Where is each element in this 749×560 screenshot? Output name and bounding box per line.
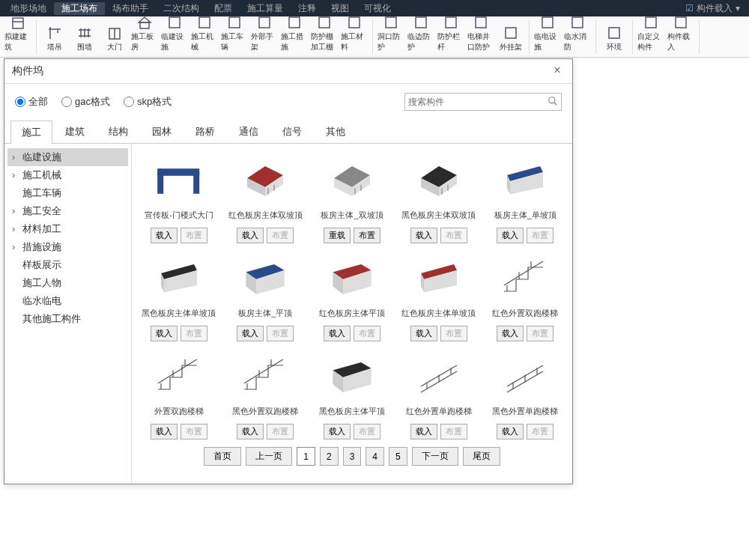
ribbon-rail[interactable]: 防护栏杆 <box>436 19 466 54</box>
svg-rect-16 <box>229 17 240 28</box>
custom-icon <box>642 13 660 31</box>
ribbon-open[interactable]: 洞口防护 <box>376 19 406 54</box>
ribbon-label: 构件载入 <box>667 31 694 52</box>
checkbox-icon[interactable]: ☑ <box>685 3 694 13</box>
svg-rect-25 <box>506 28 516 38</box>
ribbon-label: 大门 <box>107 42 122 52</box>
svg-rect-30 <box>676 17 686 28</box>
ribbon-machine[interactable]: 施工机械 <box>189 19 219 54</box>
ribbon-label: 拟建建筑 <box>4 31 31 52</box>
temp-icon <box>166 13 184 31</box>
svg-rect-13 <box>140 22 149 28</box>
svg-rect-21 <box>386 17 396 28</box>
svg-rect-26 <box>542 17 553 28</box>
ribbon-gate[interactable]: 大门 <box>100 19 130 54</box>
ribbon-label: 施工板房 <box>131 31 158 52</box>
menu-item[interactable]: 二次结构 <box>156 2 207 15</box>
measure-icon <box>285 13 303 31</box>
menu-item[interactable]: 场布助手 <box>105 2 156 15</box>
ribbon-label: 临建设施 <box>161 31 188 52</box>
svg-rect-23 <box>446 17 456 28</box>
rail-icon <box>442 13 460 31</box>
ribbon-hang[interactable]: 外挂架 <box>496 19 526 54</box>
menu-item[interactable]: 可视化 <box>357 2 398 15</box>
ribbon-label: 洞口防护 <box>377 31 404 52</box>
ribbon-elec[interactable]: 临电设施 <box>533 19 562 54</box>
ribbon-measure[interactable]: 施工措施 <box>279 19 309 54</box>
edge-icon <box>412 13 430 31</box>
svg-rect-22 <box>416 17 426 28</box>
ribbon-edge[interactable]: 临边防护 <box>406 19 436 54</box>
svg-rect-29 <box>646 17 656 28</box>
ribbon-label: 施工车辆 <box>221 31 248 52</box>
svg-rect-15 <box>199 17 210 28</box>
ribbon-temp[interactable]: 临建设施 <box>160 19 189 54</box>
svg-rect-19 <box>319 17 330 28</box>
open-icon <box>382 13 400 31</box>
ribbon-label: 临电设施 <box>534 31 561 52</box>
ribbon-label: 施工材料 <box>341 31 368 52</box>
ribbon-label: 施工机械 <box>191 31 218 52</box>
menu-item[interactable]: 地形场地 <box>3 2 54 15</box>
ribbon-build1[interactable]: 拟建建筑 <box>3 19 33 54</box>
fence-icon <box>76 24 94 42</box>
ribbon-house[interactable]: 施工板房 <box>130 19 160 54</box>
svg-rect-14 <box>169 17 180 28</box>
dropdown-icon[interactable]: ▾ <box>736 3 740 13</box>
machine-icon <box>195 13 213 31</box>
ribbon-label: 自定义构件 <box>637 31 664 52</box>
svg-rect-18 <box>289 17 300 28</box>
ribbon-label: 电梯井口防护 <box>467 31 494 52</box>
build1-icon <box>9 13 27 31</box>
elec-icon <box>539 13 557 31</box>
top-right-label[interactable]: 构件载入 <box>697 2 733 15</box>
ribbon-elev[interactable]: 电梯井口防护 <box>466 19 496 54</box>
svg-marker-12 <box>139 17 151 22</box>
ribbon-label: 外挂架 <box>500 42 522 52</box>
ribbon-import[interactable]: 构件载入 <box>666 19 696 54</box>
menu-item[interactable]: 施工算量 <box>240 2 291 15</box>
scaffold-icon <box>255 13 273 31</box>
menu-item[interactable]: 视图 <box>324 2 357 15</box>
ribbon-label: 施工措施 <box>281 31 308 52</box>
ribbon-label: 临水消防 <box>564 31 591 52</box>
top-right: ☑ 构件载入 ▾ <box>685 2 746 15</box>
hang-icon <box>502 24 520 42</box>
ribbon-label: 塔吊 <box>47 42 62 52</box>
house-icon <box>136 13 154 31</box>
vehicle-icon <box>225 13 243 31</box>
ribbon-env[interactable]: 环境 <box>599 19 629 54</box>
tower-icon <box>46 24 64 42</box>
svg-rect-0 <box>13 18 23 28</box>
ribbon-tower[interactable]: 塔吊 <box>40 19 70 54</box>
top-menu-bar: 地形场地施工场布场布助手二次结构配票施工算量注释视图可视化 ☑ 构件载入 ▾ <box>0 0 749 16</box>
svg-rect-27 <box>572 17 583 28</box>
menu-item[interactable]: 注释 <box>291 2 324 15</box>
menu-item[interactable]: 配票 <box>207 2 240 15</box>
ribbon-label: 防护棚加工棚 <box>311 31 338 52</box>
ribbon-vehicle[interactable]: 施工车辆 <box>219 19 249 54</box>
protect-icon <box>315 13 333 31</box>
svg-rect-20 <box>349 17 360 28</box>
gate-icon <box>106 24 124 42</box>
svg-rect-17 <box>259 17 270 28</box>
svg-rect-28 <box>609 28 619 38</box>
ribbon-label: 外部手架 <box>251 31 278 52</box>
env-icon <box>605 24 623 42</box>
ribbon-label: 环境 <box>607 42 622 52</box>
svg-rect-24 <box>476 17 486 28</box>
ribbon-material[interactable]: 施工材料 <box>339 19 369 54</box>
ribbon-scaffold[interactable]: 外部手架 <box>249 19 279 54</box>
ribbon-label: 防护栏杆 <box>437 31 464 52</box>
material-icon <box>345 13 363 31</box>
ribbon-toolbar: 拟建建筑塔吊围墙大门施工板房临建设施施工机械施工车辆外部手架施工措施防护棚加工棚… <box>0 16 749 58</box>
elev-icon <box>472 13 490 31</box>
ribbon-label: 临边防护 <box>407 31 434 52</box>
ribbon-custom[interactable]: 自定义构件 <box>636 19 666 54</box>
ribbon-fire[interactable]: 临水消防 <box>562 19 592 54</box>
ribbon-label: 围墙 <box>77 42 92 52</box>
menu-item[interactable]: 施工场布 <box>54 2 105 15</box>
ribbon-fence[interactable]: 围墙 <box>70 19 100 54</box>
fire-icon <box>568 13 586 31</box>
ribbon-protect[interactable]: 防护棚加工棚 <box>309 19 339 54</box>
